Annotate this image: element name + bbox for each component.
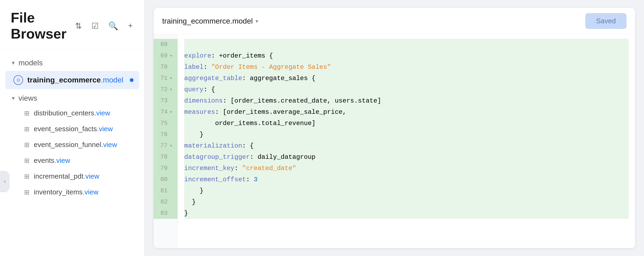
line-number-row: 73 xyxy=(154,95,177,106)
code-line[interactable]: } xyxy=(184,129,629,140)
views-list: ⊞ distribution_centers.view ⊞ event_sess… xyxy=(0,105,145,200)
view-file-name: incremental_pdt.view xyxy=(34,172,99,180)
line-number: 68 xyxy=(157,41,168,48)
line-number: 83 xyxy=(157,210,168,217)
collapse-handle[interactable]: ‹ xyxy=(0,171,10,192)
code-line[interactable]: } xyxy=(184,196,629,208)
code-line[interactable]: materialization: { xyxy=(184,140,629,151)
line-number-row: 68 xyxy=(154,39,177,50)
line-number-row: 74▾ xyxy=(154,106,177,118)
active-file-name: training_ecommerce.model xyxy=(27,76,123,84)
line-number: 71 xyxy=(157,75,168,82)
line-number: 73 xyxy=(157,97,168,104)
code-line[interactable]: query: { xyxy=(184,84,629,95)
view-file-item[interactable]: ⊞ distribution_centers.view xyxy=(0,105,145,121)
models-label: models xyxy=(18,59,43,67)
view-file-icon: ⊞ xyxy=(24,141,29,149)
code-line[interactable]: } xyxy=(184,208,629,219)
line-number-row: 79 xyxy=(154,163,177,174)
code-line[interactable]: increment_key: "created_date" xyxy=(184,163,629,174)
line-number-row: 69▾ xyxy=(154,50,177,61)
active-file-item[interactable]: ⊙ training_ecommerce.model xyxy=(5,71,139,89)
file-tab[interactable]: training_ecommerce.model ▾ xyxy=(162,17,258,25)
views-arrow: ▾ xyxy=(12,95,15,102)
line-number: 69 xyxy=(157,52,168,59)
view-file-item[interactable]: ⊞ event_session_facts.view xyxy=(0,121,145,137)
line-number-row: 75 xyxy=(154,118,177,129)
code-editor[interactable]: explore: +order_items { label: "Order It… xyxy=(178,35,635,248)
models-folder-header[interactable]: ▾ models xyxy=(0,56,145,70)
models-arrow: ▾ xyxy=(12,59,15,66)
line-number: 79 xyxy=(157,165,168,172)
view-file-item[interactable]: ⊞ inventory_items.view xyxy=(0,184,145,200)
line-number: 78 xyxy=(157,154,168,160)
code-line[interactable]: increment_offset: 3 xyxy=(184,174,629,185)
line-number: 75 xyxy=(157,120,168,127)
filter-icon[interactable]: ⇅ xyxy=(74,20,83,32)
file-icon[interactable]: ☑ xyxy=(90,20,100,32)
code-line[interactable]: measures: [order_items.average_sale_pric… xyxy=(184,106,629,118)
line-number-row: 80 xyxy=(154,174,177,185)
view-file-name: events.view xyxy=(34,156,70,165)
line-number: 72 xyxy=(157,86,168,93)
models-folder: ▾ models ⊙ training_ecommerce.model xyxy=(0,56,145,89)
code-line[interactable]: label: "Order Items - Aggregate Sales" xyxy=(184,61,629,73)
view-file-icon: ⊞ xyxy=(24,189,29,196)
line-number-row: 77▾ xyxy=(154,140,177,151)
model-file-icon: ⊙ xyxy=(13,75,23,85)
code-line[interactable]: } xyxy=(184,185,629,196)
views-label: views xyxy=(18,94,37,103)
line-number-row: 81 xyxy=(154,185,177,196)
line-number: 80 xyxy=(157,176,168,183)
line-number: 70 xyxy=(157,64,168,70)
view-file-item[interactable]: ⊞ events.view xyxy=(0,153,145,168)
view-file-icon: ⊞ xyxy=(24,173,29,180)
line-numbers: 6869▾7071▾72▾7374▾757677▾787980818283 xyxy=(154,35,178,248)
view-file-name: distribution_centers.view xyxy=(34,109,110,117)
saved-button[interactable]: Saved xyxy=(585,13,627,29)
views-folder: ▾ views ⊞ distribution_centers.view ⊞ ev… xyxy=(0,91,145,200)
view-file-name: event_session_funnel.view xyxy=(34,141,117,149)
line-number: 82 xyxy=(157,199,168,205)
code-line[interactable]: explore: +order_items { xyxy=(184,50,629,61)
view-file-item[interactable]: ⊞ incremental_pdt.view xyxy=(0,168,145,184)
unsaved-indicator xyxy=(130,78,134,82)
line-number: 76 xyxy=(157,131,168,138)
fold-arrow[interactable]: ▾ xyxy=(170,76,174,81)
fold-arrow[interactable]: ▾ xyxy=(170,53,174,58)
tab-dropdown-arrow: ▾ xyxy=(256,18,258,24)
code-line[interactable]: datagroup_trigger: daily_datagroup xyxy=(184,151,629,163)
view-file-name: inventory_items.view xyxy=(34,188,98,196)
fold-arrow[interactable]: ▾ xyxy=(170,143,174,148)
line-number: 74 xyxy=(157,109,168,115)
line-number-row: 72▾ xyxy=(154,84,177,95)
code-line[interactable] xyxy=(184,39,629,50)
add-icon[interactable]: + xyxy=(127,20,134,31)
line-number-row: 82 xyxy=(154,196,177,208)
line-number-row: 71▾ xyxy=(154,73,177,84)
sidebar-title: File Browser xyxy=(11,10,66,42)
views-folder-header[interactable]: ▾ views xyxy=(0,91,145,105)
line-number-row: 76 xyxy=(154,129,177,140)
code-line[interactable]: aggregate_table: aggregate_sales { xyxy=(184,73,629,84)
code-line[interactable]: dimensions: [order_items.created_date, u… xyxy=(184,95,629,106)
view-file-item[interactable]: ⊞ event_session_funnel.view xyxy=(0,137,145,153)
file-tab-name: training_ecommerce.model xyxy=(162,17,253,25)
line-number: 77 xyxy=(157,142,168,149)
view-file-name: event_session_facts.view xyxy=(34,125,113,133)
line-number-row: 83 xyxy=(154,208,177,219)
line-number: 81 xyxy=(157,187,168,194)
fold-arrow[interactable]: ▾ xyxy=(170,87,174,92)
code-line[interactable]: order_items.total_revenue] xyxy=(184,118,629,129)
line-number-row: 78 xyxy=(154,151,177,163)
view-file-icon: ⊞ xyxy=(24,157,29,164)
fold-arrow[interactable]: ▾ xyxy=(170,109,174,115)
line-number-row: 70 xyxy=(154,61,177,73)
search-icon[interactable]: 🔍 xyxy=(107,20,119,32)
view-file-icon: ⊞ xyxy=(24,110,29,117)
view-file-icon: ⊞ xyxy=(24,125,29,133)
